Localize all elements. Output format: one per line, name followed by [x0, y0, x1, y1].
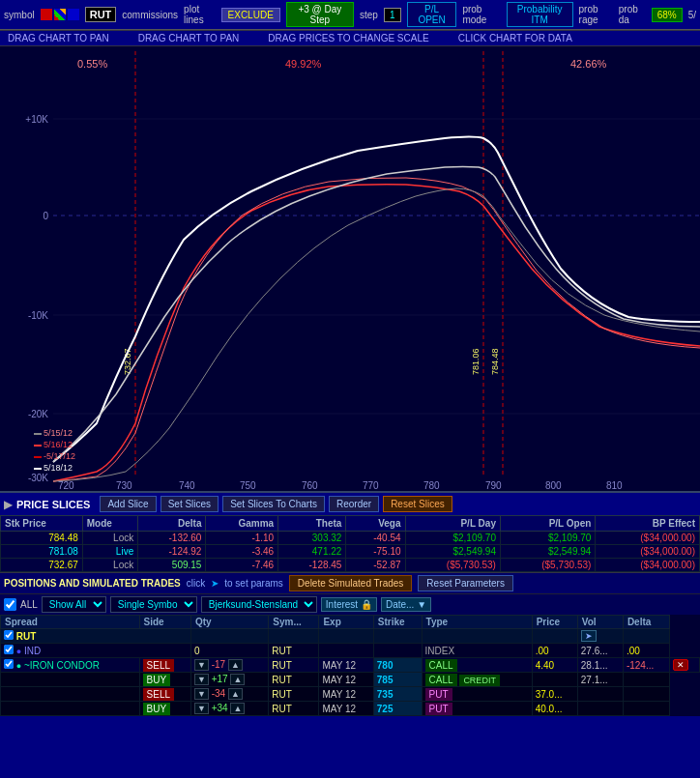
set-params-text: to set params: [224, 578, 283, 589]
step-value[interactable]: 1: [384, 8, 401, 22]
ind-bullet: ●: [16, 647, 21, 656]
ic-delete-button[interactable]: ✕: [673, 659, 688, 671]
set-to-charts-button[interactable]: Set Slices To Charts: [222, 496, 325, 512]
svg-text:-30K: -30K: [28, 473, 48, 483]
ic-qty-up[interactable]: ▲: [228, 659, 243, 671]
trade3-sym: RUT: [269, 702, 319, 716]
ic-sym: RUT: [269, 658, 319, 673]
bjerksund-select[interactable]: Bjerksund-Stensland: [201, 596, 317, 613]
ic-qty-down[interactable]: ▼: [194, 659, 209, 671]
col-vega: Vega: [346, 516, 405, 532]
ic-side: SELL: [143, 659, 174, 672]
ind-name: IND: [24, 646, 41, 656]
row3-gamma: -7.46: [206, 559, 278, 572]
row2-theta: 471.22: [278, 545, 346, 559]
table-row: ● ~IRON CONDOR SELL ▼ -17 ▲ RUT MAY 12 7…: [1, 658, 700, 673]
svg-text:784.48: 784.48: [490, 348, 500, 375]
col-mode: Mode: [82, 516, 137, 532]
svg-text:5/18/12: 5/18/12: [44, 463, 73, 473]
blue-icon: [68, 9, 79, 20]
ind-delta: .00: [623, 644, 669, 658]
row1-theta: 303.32: [278, 532, 346, 545]
prob-da-label: prob da: [619, 4, 646, 25]
show-all-select[interactable]: Show All: [42, 596, 106, 613]
ic-exp: MAY 12: [319, 658, 373, 673]
reset-parameters-button[interactable]: Reset Parameters: [418, 575, 513, 591]
table-row: RUT ➤: [1, 629, 700, 644]
arrow-icon: ➤: [211, 578, 219, 589]
trade3-side: BUY: [143, 703, 171, 715]
th-price: Price: [532, 616, 577, 629]
svg-text:800: 800: [545, 480, 562, 491]
ic-type: CALL: [425, 659, 457, 672]
svg-text:5/15/12: 5/15/12: [44, 428, 73, 438]
row2-mode: Live: [82, 545, 137, 559]
set-slices-button[interactable]: Set Slices: [160, 496, 219, 512]
svg-text:750: 750: [240, 480, 256, 491]
add-slice-button[interactable]: Add Slice: [100, 496, 156, 512]
top-toolbar: symbol RUT commissions plot lines EXCLUD…: [0, 0, 700, 30]
trade3-qty-down[interactable]: ▼: [194, 703, 209, 714]
filter-bar: ALL Show All Single Symbol Bjerksund-Ste…: [0, 593, 700, 615]
table-row: ● IND 0 RUT INDEX .00 27.6... .00: [1, 644, 700, 658]
col-theta: Theta: [278, 516, 346, 532]
svg-text:781.06: 781.06: [471, 348, 481, 375]
rut-checkbox[interactable]: [4, 630, 14, 640]
trade1-strike: 785: [373, 673, 422, 687]
date-button[interactable]: Date... ▼: [381, 597, 431, 612]
interest-lock-icon: 🔒: [361, 599, 372, 610]
row3-pl-day: ($5,730.53): [405, 559, 500, 572]
row3-delta: 509.15: [138, 559, 206, 572]
all-checkbox[interactable]: [4, 598, 16, 611]
row1-gamma: -1.10: [206, 532, 278, 545]
row1-mode: Lock: [82, 532, 137, 545]
symbol-value[interactable]: RUT: [85, 7, 117, 22]
trade3-qty: +34: [212, 703, 228, 713]
row2-pl-day: $2,549.94: [405, 545, 500, 559]
th-spread: Spread: [1, 616, 140, 629]
row2-vega: -75.10: [346, 545, 405, 559]
trade1-side: BUY: [143, 674, 171, 686]
th-delta: Delta: [623, 616, 669, 629]
ind-qty: 0: [190, 644, 268, 658]
trade2-type: PUT: [425, 688, 452, 701]
trade2-qty-up[interactable]: ▲: [228, 688, 243, 700]
ic-vol: 28.1...: [577, 658, 623, 673]
svg-text:49.92%: 49.92%: [285, 58, 322, 70]
ic-bullet: ●: [16, 661, 21, 671]
trade3-qty-up[interactable]: ▲: [230, 703, 245, 714]
col-stk-price: Stk Price: [1, 516, 83, 532]
interest-button[interactable]: Interest 🔒: [321, 597, 377, 612]
trade1-qty-down[interactable]: ▼: [194, 674, 209, 685]
trade1-qty-up[interactable]: ▲: [230, 674, 245, 685]
day-step-button[interactable]: +3 @ Day Step: [286, 2, 354, 27]
chart-area[interactable]: +10K 0 -10K -20K -30K 720 730 740 750 76…: [0, 46, 700, 491]
red-icon: [41, 9, 52, 20]
svg-text:770: 770: [363, 480, 379, 491]
single-symbol-select[interactable]: Single Symbol: [110, 596, 197, 613]
pl-open-button[interactable]: P/L OPEN: [407, 2, 457, 27]
ind-price: .00: [532, 644, 577, 658]
prob-itm-button[interactable]: Probability ITM: [507, 2, 573, 27]
price-slices-title: PRICE SLICES: [16, 499, 90, 510]
svg-rect-31: [34, 445, 42, 447]
svg-text:810: 810: [606, 480, 623, 491]
row2-price: 781.08: [1, 545, 83, 559]
rut-expand-button[interactable]: ➤: [581, 630, 597, 642]
trades-table: Spread Side Qty Sym... Exp Strike Type P…: [0, 615, 700, 716]
reorder-button[interactable]: Reorder: [329, 496, 379, 512]
trade2-qty-down[interactable]: ▼: [194, 688, 209, 700]
trade1-exp: MAY 12: [319, 673, 373, 687]
ind-checkbox[interactable]: [4, 645, 14, 654]
prob-pct: 68%: [652, 8, 683, 22]
ic-checkbox[interactable]: [4, 659, 14, 669]
symbol-icons: [41, 9, 79, 20]
exclude-button[interactable]: EXCLUDE: [221, 8, 280, 22]
trade3-type: PUT: [425, 703, 452, 715]
delete-simulated-button[interactable]: Delete Simulated Trades: [289, 575, 413, 591]
trade3-exp: MAY 12: [319, 702, 373, 716]
reset-slices-button[interactable]: Reset Slices: [383, 496, 452, 512]
row3-theta: -128.45: [278, 559, 346, 572]
table-row: 784.48 Lock -132.60 -1.10 303.32 -40.54 …: [1, 532, 700, 545]
row3-vega: -52.87: [346, 559, 405, 572]
